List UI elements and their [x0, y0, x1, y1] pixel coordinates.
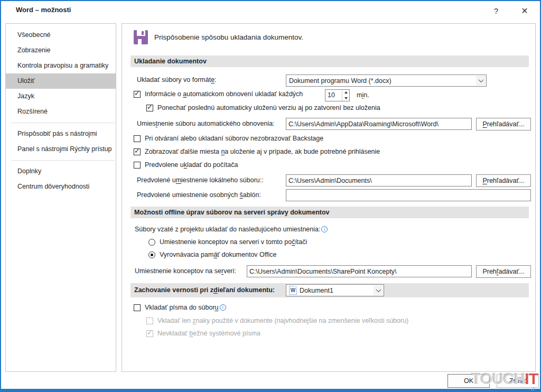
embed-used-chars-checkbox [146, 318, 153, 324]
format-label: Ukladať súbory vo formáte: [137, 76, 217, 83]
autorecover-minutes-value: 10 [328, 91, 335, 99]
embed-fonts-row: Vkladať písma do súboru [134, 304, 226, 311]
save-options-page: Prispôsobenie spôsobu ukladania dokument… [122, 23, 536, 372]
browse-local-button[interactable]: Prehľadávať... [476, 174, 531, 187]
office-cache-radio-row: Vyrovnávacia pamäť dokumentov Office [148, 251, 276, 258]
save-to-computer-checkbox[interactable] [134, 162, 141, 169]
dialog-title: Word – možnosti [16, 6, 71, 14]
help-button[interactable]: ? [488, 4, 504, 17]
server-drafts-location-field[interactable]: C:\Users\Admin\Documents\SharePoint Konc… [247, 265, 472, 277]
autorecover-location-value: C:\Users\Admin\AppData\Roaming\Microsoft… [288, 120, 439, 128]
templates-location-field[interactable] [286, 189, 531, 201]
sidebar-item-general[interactable]: Všeobecné [6, 27, 116, 43]
save-to-computer-label: Predvolene ukladať do počítača [145, 161, 238, 169]
sidebar-divider [11, 160, 115, 161]
server-drafts-radio-label: Umiestnenie konceptov na serveri v tomto… [160, 238, 307, 246]
no-backstage-checkbox[interactable] [134, 135, 141, 142]
keep-last-autosave-checkbox[interactable] [146, 105, 153, 111]
no-common-fonts-row: Nevkladať bežné systémové písma [146, 330, 260, 337]
no-common-fonts-label: Nevkladať bežné systémové písma [157, 330, 260, 337]
embed-fonts-label: Vkladať písma do súboru [145, 304, 226, 311]
section-fidelity-title: Zachovanie vernosti pri zdieľaní dokumen… [134, 286, 275, 294]
sidebar-item-save[interactable]: Uložiť [6, 73, 116, 89]
sidebar-item-display[interactable]: Zobrazenie [6, 43, 116, 58]
close-button[interactable]: ✕ [517, 4, 533, 17]
show-places-row: Zobrazovať ďalšie miesta na uloženie aj … [134, 148, 380, 155]
chevron-down-icon [478, 77, 483, 82]
info-icon[interactable] [321, 226, 328, 232]
sidebar-item-proofing[interactable]: Kontrola pravopisu a gramatiky [6, 58, 116, 73]
sidebar-item-addins[interactable]: Doplnky [6, 164, 116, 179]
no-common-fonts-checkbox [146, 330, 153, 337]
autorecover-checkbox[interactable] [134, 91, 141, 98]
cancel-button[interactable]: Zrušiť [497, 374, 539, 388]
ok-button[interactable]: OK [447, 374, 490, 388]
close-icon: ✕ [521, 6, 528, 16]
office-cache-radio[interactable] [148, 251, 155, 258]
default-local-location-label: Predvolené umiestnenie lokálneho súboru:… [137, 176, 264, 184]
section-save-documents: Ukladanie dokumentov [130, 55, 529, 67]
default-local-location-value: C:\Users\Admin\Documents\ [288, 177, 372, 184]
resize-grip-icon [530, 387, 536, 391]
checked-out-files-label: Súbory vzaté z projektu ukladať do nasle… [135, 226, 328, 233]
autorecover-minutes-stepper[interactable]: 10 [325, 89, 350, 101]
options-nav: Všeobecné Zobrazenie Kontrola pravopisu … [5, 23, 116, 372]
save-to-computer-row: Predvolene ukladať do počítača [134, 161, 238, 169]
autorecover-location-label: Umiestnenie súboru automatického obnoven… [137, 120, 275, 127]
server-drafts-location-label: Umiestnenie konceptov na serveri: [135, 267, 236, 275]
office-cache-radio-label: Vyrovnávacia pamäť dokumentov Office [160, 251, 276, 258]
sidebar-item-customize-ribbon[interactable]: Prispôsobiť pás s nástrojmi [6, 126, 116, 142]
minutes-unit-label: min. [357, 91, 369, 99]
default-local-location-field[interactable]: C:\Users\Admin\Documents\ [286, 174, 472, 186]
file-format-dropdown[interactable]: Dokument programu Word (*.docx) [286, 74, 487, 87]
no-backstage-row: Pri otváraní alebo ukladaní súborov nezo… [134, 135, 323, 142]
embed-used-chars-row: Vkladať len znaky použité v dokumente (n… [146, 317, 408, 324]
embed-fonts-checkbox[interactable] [134, 304, 141, 311]
show-places-checkbox[interactable] [134, 148, 141, 155]
page-title: Prispôsobenie spôsobu ukladania dokument… [154, 33, 303, 41]
word-document-icon [289, 286, 297, 295]
stepper-up-icon[interactable] [342, 90, 349, 96]
title-bar: Word – možnosti ? ✕ [1, 1, 540, 20]
info-icon[interactable] [220, 304, 226, 311]
keep-last-autosave-row: Ponechať poslednú automaticky uloženú ve… [146, 104, 380, 111]
section-offline-editing: Možnosti offline úprav súborov na server… [130, 207, 529, 218]
checked-out-files-text: Súbory vzaté z projektu ukladať do nasle… [135, 226, 320, 233]
autorecover-location-field[interactable]: C:\Users\Admin\AppData\Roaming\Microsoft… [286, 118, 472, 130]
autorecover-label: Informácie o automatickom obnovení uklad… [145, 90, 303, 98]
embed-fonts-text: Vkladať písma do súboru [145, 304, 219, 311]
word-options-dialog: Word – možnosti ? ✕ Všeobecné Zobrazenie… [0, 0, 541, 392]
sidebar-item-trust-center[interactable]: Centrum dôveryhodnosti [6, 179, 116, 194]
browse-server-button[interactable]: Prehľadávať... [476, 265, 531, 278]
file-format-value: Dokument programu Word (*.docx) [289, 77, 391, 85]
sidebar-item-language[interactable]: Jazyk [6, 89, 116, 104]
embed-used-chars-label: Vkladať len znaky použité v dokumente (n… [157, 317, 408, 324]
save-icon [134, 30, 148, 44]
server-drafts-radio[interactable] [148, 239, 155, 246]
stepper-down-icon[interactable] [342, 96, 349, 101]
templates-location-label: Predvolené umiestnenie osobných šablón: [137, 191, 261, 199]
server-drafts-location-value: C:\Users\Admin\Documents\SharePoint Konc… [249, 268, 397, 275]
sidebar-divider [11, 123, 115, 123]
document-dropdown-value: Dokument1 [300, 287, 333, 294]
browse-autorecover-button[interactable]: Prehľadávať... [476, 118, 531, 130]
sidebar-item-advanced[interactable]: Rozšírené [6, 104, 116, 119]
autorecover-row: Informácie o automatickom obnovení uklad… [134, 90, 303, 98]
chevron-down-icon [376, 287, 381, 292]
help-icon: ? [494, 6, 498, 15]
show-places-label: Zobrazovať ďalšie miesta na uloženie aj … [145, 148, 380, 155]
no-backstage-label: Pri otváraní alebo ukladaní súborov nezo… [145, 135, 323, 142]
keep-last-autosave-label: Ponechať poslednú automaticky uloženú ve… [157, 104, 380, 111]
sidebar-item-quick-access-toolbar[interactable]: Panel s nástrojmi Rýchly prístup [6, 142, 116, 157]
document-dropdown[interactable]: Dokument1 [286, 284, 384, 296]
server-drafts-radio-row: Umiestnenie konceptov na serveri v tomto… [148, 238, 307, 246]
